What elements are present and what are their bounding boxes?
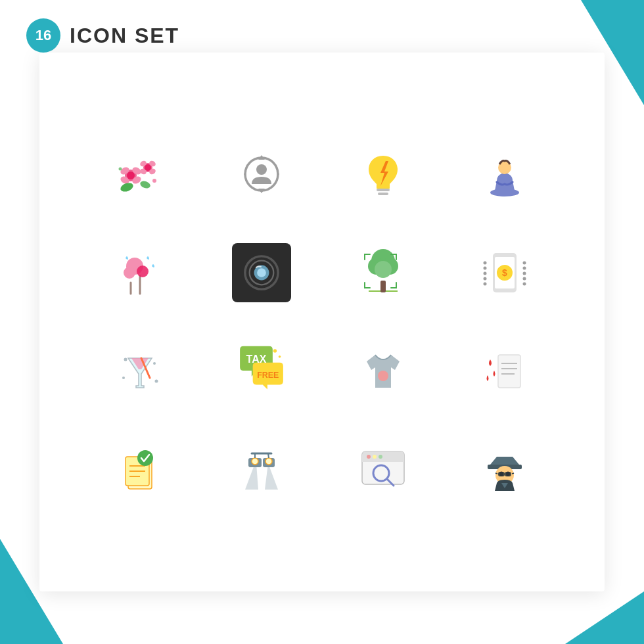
icon-cell-detective <box>450 434 559 506</box>
icon-cell-user-sync <box>207 138 315 210</box>
svg-line-79 <box>268 453 269 458</box>
icon-cell-mobile-payment: $ <box>450 237 559 309</box>
icon-cell-tshirt <box>329 335 437 407</box>
svg-point-84 <box>373 455 377 459</box>
icon-cell-tax-free: TAX FREE <box>207 335 315 407</box>
tax-free-icon: TAX FREE <box>225 335 298 407</box>
svg-point-76 <box>265 458 272 465</box>
icon-cell-tree <box>329 237 437 309</box>
header: 16 ICON SET <box>26 18 179 53</box>
spotlight-icon <box>225 434 298 506</box>
svg-point-55 <box>122 377 125 379</box>
svg-point-60 <box>273 349 276 352</box>
svg-point-44 <box>483 267 486 270</box>
svg-point-72 <box>137 450 153 466</box>
camera-lens-icon <box>225 237 298 309</box>
svg-point-52 <box>522 283 526 286</box>
svg-point-61 <box>278 356 281 358</box>
svg-point-53 <box>124 358 127 361</box>
document-check-icon <box>104 434 176 506</box>
icon-cell-idea <box>329 138 437 210</box>
svg-point-51 <box>522 277 526 281</box>
mobile-payment-icon: $ <box>469 237 541 309</box>
svg-point-83 <box>367 455 371 459</box>
svg-line-95 <box>495 473 497 474</box>
corner-decoration-bottom-right <box>565 591 644 644</box>
blood-report-icon <box>469 335 541 407</box>
icon-cell-meditation <box>450 138 559 210</box>
svg-point-15 <box>118 168 122 171</box>
camera-bg <box>232 243 291 302</box>
svg-point-45 <box>483 272 486 275</box>
svg-point-75 <box>252 458 258 465</box>
svg-text:$: $ <box>502 267 507 278</box>
svg-rect-19 <box>377 189 390 191</box>
svg-point-49 <box>522 267 526 270</box>
icon-set-card: $ <box>39 53 605 591</box>
icon-cell-spotlight <box>207 434 315 506</box>
badge-number: 16 <box>26 18 60 53</box>
svg-rect-34 <box>380 281 386 292</box>
meditation-icon <box>469 138 541 210</box>
icon-grid: $ <box>85 138 559 506</box>
svg-point-46 <box>483 277 486 281</box>
idea-icon <box>347 138 419 210</box>
icon-cell-document-check <box>85 434 194 506</box>
tree-icon <box>347 237 419 309</box>
tshirt-icon <box>347 335 419 407</box>
svg-point-48 <box>522 262 526 265</box>
icon-cell-flowers <box>85 138 194 210</box>
svg-point-28 <box>137 265 149 277</box>
svg-rect-92 <box>498 472 505 476</box>
user-sync-icon <box>225 138 298 210</box>
svg-point-56 <box>154 380 158 383</box>
svg-point-43 <box>483 262 486 265</box>
icon-cell-camera-lens <box>207 237 315 309</box>
svg-text:FREE: FREE <box>257 371 279 380</box>
icon-cell-blood-report <box>450 335 559 407</box>
svg-point-47 <box>483 283 486 286</box>
svg-point-50 <box>522 272 526 275</box>
svg-rect-63 <box>498 355 520 388</box>
svg-rect-20 <box>378 193 388 195</box>
svg-point-18 <box>256 164 267 175</box>
icon-cell-cotton-candy <box>85 237 194 309</box>
cotton-candy-icon <box>104 237 176 309</box>
header-title: ICON SET <box>70 24 179 48</box>
svg-line-96 <box>512 473 514 474</box>
detective-icon <box>469 434 541 506</box>
flowers-icon <box>104 138 176 210</box>
svg-point-27 <box>124 267 135 279</box>
svg-point-11 <box>145 164 151 171</box>
svg-point-62 <box>378 371 388 381</box>
svg-point-5 <box>127 172 135 179</box>
svg-point-38 <box>375 261 392 278</box>
icon-cell-web-search <box>329 434 437 506</box>
svg-point-14 <box>152 179 156 183</box>
svg-point-54 <box>153 362 156 365</box>
svg-point-85 <box>379 455 382 459</box>
svg-text:TAX: TAX <box>246 354 266 365</box>
icon-cell-cocktail <box>85 335 194 407</box>
svg-point-32 <box>257 268 266 277</box>
svg-rect-93 <box>505 472 511 476</box>
svg-point-13 <box>139 180 150 190</box>
web-search-icon <box>347 434 419 506</box>
cocktail-icon <box>104 335 176 407</box>
